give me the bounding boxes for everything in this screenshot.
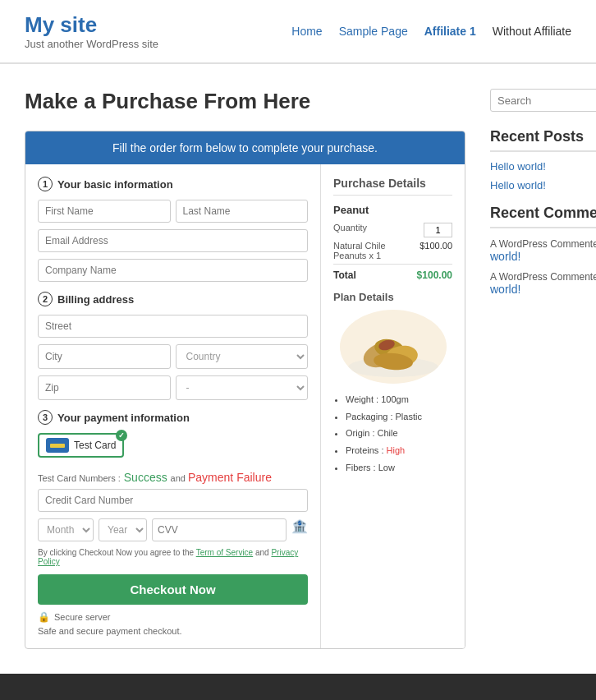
nav-without-affiliate[interactable]: Without Affiliate xyxy=(493,25,571,38)
cc-row xyxy=(38,489,308,512)
site-title: My site xyxy=(25,12,158,38)
name-row xyxy=(38,200,308,223)
cvv-input[interactable] xyxy=(152,518,287,541)
card-end-icon: 🏦 xyxy=(291,518,308,541)
form-body: 1 Your basic information xyxy=(25,164,465,648)
comment-1: A WordPress Commenter on Hello world! xyxy=(490,269,596,296)
lastname-input[interactable] xyxy=(176,200,309,223)
form-left: 1 Your basic information xyxy=(25,164,321,648)
site-branding: My site Just another WordPress site xyxy=(25,12,158,50)
billing-section: 2 Billing address Country xyxy=(38,292,308,400)
plan-details-title: Plan Details xyxy=(333,291,452,303)
secure-server: 🔒 Secure server xyxy=(38,611,308,623)
bullet-packaging: Packaging : Plastic xyxy=(346,409,452,425)
month-select[interactable]: Month xyxy=(38,518,94,541)
form-header: Fill the order form below to complete yo… xyxy=(25,131,465,164)
bullet-fibers: Fibers : Low xyxy=(346,460,452,476)
section3-text: Your payment information xyxy=(57,412,190,424)
email-row xyxy=(38,229,308,252)
purchase-details-title: Purchase Details xyxy=(333,177,452,196)
city-country-row: Country xyxy=(38,344,308,369)
site-tagline: Just another WordPress site xyxy=(25,38,158,50)
comment-0-author: A WordPress Commenter xyxy=(490,238,596,250)
peanut-svg xyxy=(344,314,442,380)
country-select[interactable]: Country xyxy=(176,344,309,369)
main-nav: Home Sample Page Affiliate 1 Without Aff… xyxy=(291,25,571,38)
card-check-icon: ✓ xyxy=(116,430,127,441)
card-label: Test Card xyxy=(74,440,116,451)
peanut-image xyxy=(340,310,447,384)
success-link[interactable]: Success xyxy=(124,471,167,484)
terms-link[interactable]: Term of Service xyxy=(196,548,253,557)
month-year-cvv-row: Month Year 🏦 xyxy=(38,518,308,541)
comment-0: A WordPress Commenter on Hello world! xyxy=(490,237,596,263)
item-price: $100.00 xyxy=(419,241,452,260)
section1-text: Your basic information xyxy=(57,178,173,191)
test-card-info: Test Card Numbers : Success and Payment … xyxy=(38,471,308,484)
bullet-weight: Weight : 100gm xyxy=(346,392,452,408)
sidebar: 🔍 Recent Posts Hello world! Hello world!… xyxy=(490,89,596,649)
total-price: $100.00 xyxy=(417,269,452,281)
recent-post-1[interactable]: Hello world! xyxy=(490,179,596,191)
checkout-terms: By clicking Checkout Now you agree to th… xyxy=(38,548,308,566)
city-input[interactable] xyxy=(38,344,171,369)
bullet-origin: Origin : Chile xyxy=(346,426,452,441)
recent-comments-title: Recent Comments xyxy=(490,205,596,228)
safe-text: Safe and secure payment checkout. xyxy=(38,626,308,636)
quantity-input[interactable] xyxy=(424,223,452,237)
company-row xyxy=(38,259,308,282)
section1-label: 1 Your basic information xyxy=(38,177,308,191)
street-row xyxy=(38,315,308,338)
page-title: Make a Purchase From Here xyxy=(25,89,465,114)
section2-num: 2 xyxy=(38,292,53,306)
section3-label: 3 Your payment information xyxy=(38,410,308,425)
quantity-label: Quantity xyxy=(333,223,367,237)
header: My site Just another WordPress site Home… xyxy=(0,0,596,63)
search-input[interactable] xyxy=(497,94,596,107)
quantity-row: Quantity xyxy=(333,223,452,237)
firstname-input[interactable] xyxy=(38,200,171,223)
company-input[interactable] xyxy=(38,259,308,282)
item-label: Natural Chile Peanuts x 1 xyxy=(333,241,419,260)
total-row: Total $100.00 xyxy=(333,264,452,281)
section2-text: Billing address xyxy=(57,293,134,306)
plan-bullets: Weight : 100gm Packaging : Plastic Origi… xyxy=(333,392,452,475)
product-name: Peanut xyxy=(333,204,452,216)
card-icon xyxy=(46,438,69,453)
footer: Colorway Theme Footer is widgetized. To … xyxy=(0,674,596,700)
and-text: and xyxy=(171,473,188,483)
lock-icon: 🔒 xyxy=(38,611,50,623)
nav-affiliate1[interactable]: Affiliate 1 xyxy=(424,25,476,38)
cc-input[interactable] xyxy=(38,489,308,512)
main-content: Make a Purchase From Here Fill the order… xyxy=(0,64,596,674)
section2-label: 2 Billing address xyxy=(38,292,308,306)
state-select[interactable]: - xyxy=(176,375,309,400)
test-card-label: Test Card Numbers : xyxy=(38,473,121,483)
recent-posts-title: Recent Posts xyxy=(490,128,596,152)
checkout-button[interactable]: Checkout Now xyxy=(38,574,308,605)
nav-sample-page[interactable]: Sample Page xyxy=(339,25,408,38)
street-input[interactable] xyxy=(38,315,308,338)
form-right: Purchase Details Peanut Quantity Natural… xyxy=(321,164,465,648)
section1-num: 1 xyxy=(38,177,53,191)
card-icon-wrapper: Test Card ✓ xyxy=(38,433,124,464)
comment-1-author: A WordPress Commenter xyxy=(490,271,596,283)
recent-post-0[interactable]: Hello world! xyxy=(490,160,596,173)
search-box[interactable]: 🔍 xyxy=(490,89,596,112)
bullet-proteins: Proteins : High xyxy=(346,443,452,458)
nav-home[interactable]: Home xyxy=(291,25,322,38)
zip-input[interactable] xyxy=(38,375,171,400)
year-select[interactable]: Year xyxy=(99,518,147,541)
purchase-form-container: Fill the order form below to complete yo… xyxy=(25,131,465,649)
email-input[interactable] xyxy=(38,229,308,252)
item-price-row: Natural Chile Peanuts x 1 $100.00 xyxy=(333,241,452,260)
content-area: Make a Purchase From Here Fill the order… xyxy=(25,89,465,649)
section3-num: 3 xyxy=(38,410,53,425)
zip-row: - xyxy=(38,375,308,400)
total-label: Total xyxy=(333,269,356,281)
failure-link[interactable]: Payment Failure xyxy=(188,471,272,484)
card-icon-area[interactable]: Test Card xyxy=(38,433,124,458)
payment-section: 3 Your payment information Test Card ✓ xyxy=(38,410,308,636)
